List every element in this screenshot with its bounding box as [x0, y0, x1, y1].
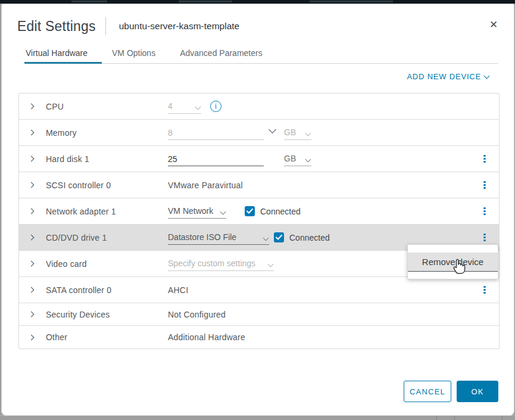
row-label: Hard disk 1	[46, 154, 168, 164]
chevron-down-icon	[220, 210, 226, 216]
expand-chevron-icon[interactable]	[28, 129, 35, 136]
row-label: Memory	[46, 128, 168, 138]
row-network-adapter: Network adapter 1 VM Network Connected	[19, 198, 499, 225]
cddvd-source-select[interactable]: Datastore ISO File	[168, 231, 269, 245]
remove-device-menu-item[interactable]: Remove device	[408, 253, 498, 272]
expand-chevron-icon[interactable]	[28, 234, 35, 241]
chevron-down-icon	[263, 236, 269, 242]
chevron-down-icon	[305, 131, 311, 137]
row-actions-kebab-icon[interactable]	[480, 179, 489, 191]
dialog-footer: CANCEL OK	[404, 381, 498, 402]
row-memory: Memory 8 GB	[19, 120, 499, 146]
tab-virtual-hardware[interactable]: Virtual Hardware	[24, 46, 89, 63]
disk-unit-select[interactable]: GB	[284, 152, 311, 166]
row-label: SATA controller 0	[46, 285, 168, 295]
row-actions-kebab-icon[interactable]	[480, 232, 489, 244]
chevron-down-icon	[305, 157, 311, 163]
info-icon[interactable]: i	[210, 101, 221, 112]
row-sata-controller: SATA controller 0 AHCI	[19, 277, 499, 303]
virtual-hardware-table: CPU 4 i Memory 8 GB	[18, 93, 500, 349]
security-value: Not Configured	[168, 310, 226, 319]
row-scsi-controller: SCSI controller 0 VMware Paravirtual	[19, 172, 499, 198]
cddvd-connected-checkbox[interactable]	[274, 232, 284, 242]
background-table-edge	[0, 415, 515, 420]
row-label: Other	[46, 332, 168, 342]
row-label: CD/DVD drive 1	[46, 233, 168, 242]
row-hard-disk: Hard disk 1 25 GB	[19, 146, 499, 172]
video-settings-select[interactable]: Specify custom settings	[168, 257, 274, 271]
network-connected-checkbox[interactable]	[245, 206, 255, 216]
sata-type-value: AHCI	[168, 285, 188, 295]
memory-unit-select[interactable]: GB	[284, 126, 311, 140]
cpu-count-select[interactable]: 4	[168, 99, 201, 114]
row-actions-kebab-icon[interactable]	[480, 206, 489, 217]
tab-vm-options[interactable]: VM Options	[111, 46, 157, 63]
expand-chevron-icon[interactable]	[28, 155, 35, 162]
chevron-down-icon	[485, 73, 490, 78]
other-value: Additional Hardware	[168, 332, 245, 342]
add-new-device-button[interactable]: ADD NEW DEVICE	[407, 70, 490, 82]
expand-chevron-icon[interactable]	[28, 103, 35, 110]
ok-button[interactable]: OK	[457, 381, 498, 402]
row-actions-kebab-icon[interactable]	[480, 284, 489, 296]
network-select[interactable]: VM Network	[168, 204, 226, 219]
dialog-title: Edit Settings	[17, 18, 96, 35]
row-label: CPU	[46, 102, 168, 111]
add-new-device-label: ADD NEW DEVICE	[407, 72, 481, 81]
expand-chevron-icon[interactable]	[28, 287, 35, 293]
expand-chevron-icon[interactable]	[28, 311, 35, 318]
vm-name: ubuntu-server-kasm-template	[119, 21, 239, 32]
cancel-button[interactable]: CANCEL	[404, 381, 451, 402]
row-other: Other Additional Hardware	[19, 326, 499, 349]
memory-size-input[interactable]: 8	[168, 126, 264, 140]
tab-advanced-parameters[interactable]: Advanced Parameters	[179, 46, 264, 63]
connected-label: Connected	[260, 207, 301, 216]
row-security-devices: Security Devices Not Configured	[19, 303, 499, 326]
row-actions-kebab-icon[interactable]	[480, 153, 489, 165]
connected-label: Connected	[289, 233, 330, 242]
close-icon[interactable]: ✕	[486, 17, 501, 32]
expand-chevron-icon[interactable]	[28, 260, 35, 267]
tab-bar: Virtual Hardware VM Options Advanced Par…	[24, 46, 498, 64]
row-cpu: CPU 4 i	[19, 94, 499, 120]
dialog-header: Edit Settings ubuntu-server-kasm-templat…	[17, 16, 502, 36]
row-label: SCSI controller 0	[46, 181, 168, 190]
disk-size-input[interactable]: 25	[168, 152, 264, 166]
row-label: Network adapter 1	[46, 207, 168, 216]
scsi-type-value: VMware Paravirtual	[168, 181, 243, 190]
chevron-down-icon	[268, 262, 274, 268]
expand-chevron-icon[interactable]	[28, 208, 35, 214]
expand-chevron-icon[interactable]	[28, 334, 35, 341]
chevron-down-icon[interactable]	[269, 126, 277, 134]
title-divider	[105, 17, 106, 35]
row-label: Video card	[46, 259, 168, 269]
row-label: Security Devices	[46, 310, 168, 319]
edit-settings-dialog: Edit Settings ubuntu-server-kasm-templat…	[1, 4, 514, 416]
expand-chevron-icon[interactable]	[28, 182, 35, 188]
row-actions-context-menu: Remove device	[407, 244, 498, 279]
chevron-down-icon	[195, 105, 201, 111]
